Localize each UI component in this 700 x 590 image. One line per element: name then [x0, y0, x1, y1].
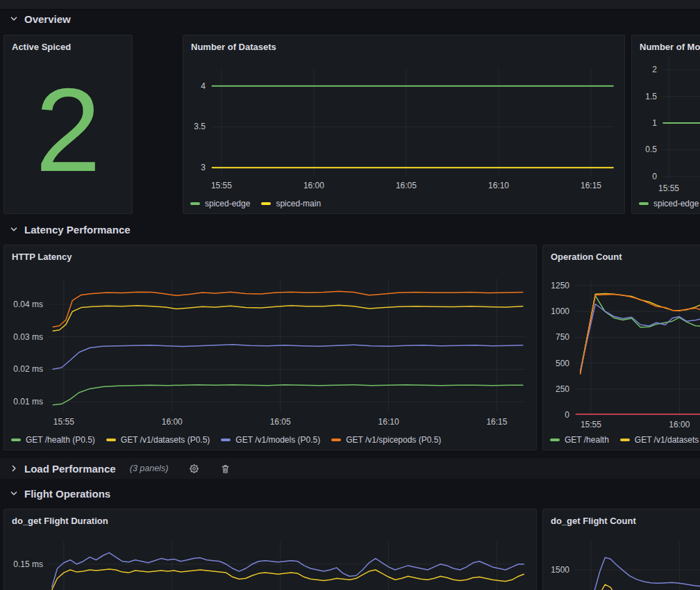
trash-icon [220, 464, 231, 474]
row-delete-button[interactable] [220, 464, 231, 474]
y-tick-label: 2 [652, 65, 657, 74]
top-toolbar-edge [0, 0, 700, 10]
http-latency-chart[interactable]: 15:5516:0016:0516:1016:150.01 ms0.02 ms0… [4, 245, 537, 450]
x-tick-label: 15:55 [658, 183, 679, 193]
datasets-chart[interactable]: 15:5516:0016:0516:1016:1533.54 [183, 35, 625, 214]
panel-title[interactable]: Number of Datasets [191, 42, 276, 52]
y-tick-label: 0.04 ms [13, 300, 43, 309]
legend-item[interactable]: GET /health (P0.5) [11, 435, 95, 445]
chevron-right-icon [9, 464, 19, 473]
panel-do-get-flight-duration: do_get Flight Duration 15:5516:0016:0516… [3, 509, 537, 590]
legend-swatch [221, 439, 231, 441]
y-tick-label: 1 [652, 118, 657, 128]
series-line-flight-count-blue [582, 557, 700, 590]
x-tick-label: 16:05 [270, 417, 291, 427]
x-tick-label: 16:15 [486, 417, 507, 427]
x-tick-label: 15:55 [53, 417, 74, 427]
series-line-flight-count-yellow [582, 584, 700, 590]
chevron-down-icon [9, 14, 19, 24]
panel-number-of-datasets: Number of Datasets 15:5516:0016:0516:101… [183, 35, 625, 214]
series-line-get-health [581, 296, 700, 372]
series-line-get-v1-datasets-p05 [53, 305, 523, 331]
legend-swatch [106, 439, 116, 441]
panel-title[interactable]: do_get Flight Duration [12, 516, 108, 526]
y-tick-label: 0.5 [645, 145, 657, 154]
legend-swatch [11, 439, 21, 441]
operation-count-chart[interactable]: 15:5516:00025050075010001250 [543, 245, 700, 450]
y-tick-label: 1250 [551, 281, 569, 290]
legend-swatch [550, 439, 560, 441]
y-tick-label: 0 [652, 172, 657, 181]
gear-icon [189, 464, 199, 474]
y-tick-label: 0.01 ms [13, 397, 43, 407]
y-tick-label: 1000 [551, 306, 569, 316]
panel-active-spiced: Active Spiced 2 [3, 35, 133, 214]
section-title: Latency Performance [24, 224, 131, 236]
http-latency-legend: GET /health (P0.5)GET /v1/datasets (P0.5… [11, 435, 441, 445]
series-line-get-v1-spicepods-p05 [53, 291, 523, 327]
operation-count-legend: GET /healthGET /v1/datasets [550, 435, 699, 445]
legend-swatch [620, 439, 630, 441]
section-header-flight-operations[interactable]: Flight Operations [9, 485, 110, 502]
legend-item[interactable]: GET /v1/spicepods (P0.5) [331, 435, 441, 445]
legend-swatch [639, 202, 649, 205]
panel-title[interactable]: Active Spiced [12, 42, 71, 52]
x-tick-label: 16:10 [378, 417, 399, 427]
legend-swatch [331, 439, 341, 441]
panel-title[interactable]: HTTP Latency [12, 252, 72, 262]
series-line-flight-duration-yellow [52, 569, 524, 590]
panel-operation-count: Operation Count 15:5516:0002505007501000… [542, 245, 700, 450]
y-tick-label: 1500 [551, 565, 569, 575]
panel-title[interactable]: Number of Models [640, 42, 700, 52]
x-tick-label: 16:10 [488, 181, 509, 190]
stat-value: 2 [4, 35, 132, 213]
x-tick-label: 16:00 [669, 420, 690, 429]
grafana-dashboard: Overview Active Spiced 2 Number of Datas… [0, 0, 700, 590]
legend-item[interactable]: GET /v1/models (P0.5) [221, 435, 320, 445]
y-tick-label: 0.02 ms [13, 364, 43, 374]
x-tick-label: 16:00 [162, 417, 183, 427]
x-tick-label: 16:05 [396, 181, 417, 190]
y-tick-label: 4 [201, 81, 206, 91]
legend-item[interactable]: spiced-main [261, 199, 321, 208]
datasets-legend: spiced-edgespiced-main [190, 199, 321, 208]
chevron-down-icon [9, 489, 19, 498]
y-tick-label: 3.5 [194, 122, 206, 131]
x-tick-label: 15:55 [581, 420, 601, 429]
y-tick-label: 3 [201, 163, 206, 172]
y-tick-label: 0.03 ms [13, 332, 43, 342]
row-settings-button[interactable] [189, 464, 199, 474]
series-line-flight-duration-blue [52, 552, 524, 587]
panel-http-latency: HTTP Latency 15:5516:0016:0516:1016:150.… [3, 245, 537, 450]
panel-number-of-models: Number of Models 15:5516:0000.511.52 spi… [631, 35, 700, 214]
models-chart[interactable]: 15:5516:0000.511.52 [632, 35, 700, 214]
models-legend: spiced-edge [639, 199, 699, 208]
panel-title[interactable]: do_get Flight Count [551, 516, 636, 526]
y-tick-label: 500 [556, 359, 569, 368]
legend-item[interactable]: GET /v1/datasets (P0.5) [106, 435, 210, 445]
section-title: Flight Operations [24, 488, 110, 500]
legend-swatch [190, 202, 200, 205]
legend-item[interactable]: spiced-edge [190, 199, 250, 208]
panel-count-label: (3 panels) [130, 464, 169, 473]
section-header-latency-performance[interactable]: Latency Performance [9, 221, 131, 238]
section-header-overview[interactable]: Overview [9, 10, 71, 27]
y-tick-label: 750 [556, 332, 569, 342]
legend-swatch [261, 202, 271, 205]
legend-item[interactable]: spiced-edge [639, 199, 699, 208]
section-title: Overview [24, 13, 71, 25]
legend-item[interactable]: GET /v1/datasets [620, 435, 699, 445]
section-header-load-performance[interactable]: Load Performance (3 panels) [0, 458, 700, 479]
x-tick-label: 15:55 [211, 181, 232, 190]
section-title: Load Performance [24, 463, 116, 475]
legend-item[interactable]: GET /health [550, 435, 609, 445]
panel-title[interactable]: Operation Count [551, 252, 622, 262]
panel-do-get-flight-count: do_get Flight Count 15:5516:001500 [542, 509, 700, 590]
series-line-get-v1-models-p05 [53, 345, 523, 370]
x-tick-label: 16:15 [581, 181, 601, 190]
y-tick-label: 0.15 ms [13, 559, 43, 569]
y-tick-label: 250 [556, 384, 569, 394]
y-tick-label: 1.5 [645, 92, 657, 101]
x-tick-label: 16:00 [303, 181, 324, 190]
y-tick-label: 0 [565, 410, 569, 420]
